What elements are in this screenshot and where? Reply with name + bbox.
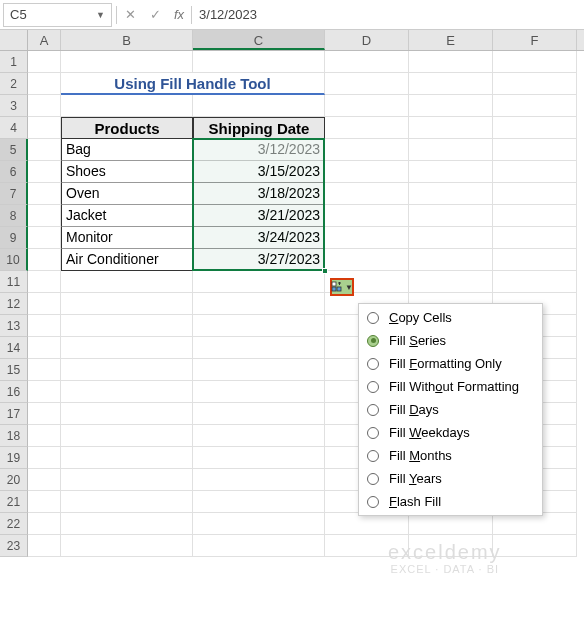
menu-fill-days[interactable]: Fill Days (359, 398, 542, 421)
menu-fill-formatting-only[interactable]: Fill Formatting Only (359, 352, 542, 375)
row-header[interactable]: 8 (0, 205, 28, 227)
name-box-dropdown-icon[interactable]: ▼ (96, 10, 105, 20)
sheet-title: Using Fill Handle Tool (61, 73, 325, 95)
name-box[interactable]: ▼ (3, 3, 112, 27)
row-header[interactable]: 11 (0, 271, 28, 293)
table-row: 3/27/2023 (193, 249, 325, 271)
header-products: Products (61, 117, 193, 139)
formula-input[interactable]: 3/12/2023 (193, 5, 584, 24)
fx-icon[interactable]: fx (168, 7, 190, 22)
row-header[interactable]: 5 (0, 139, 28, 161)
table-row: Air Conditioner (61, 249, 193, 271)
row-header[interactable]: 1 (0, 51, 28, 73)
row-header[interactable]: 23 (0, 535, 28, 557)
svg-rect-1 (332, 287, 336, 291)
col-header-a[interactable]: A (28, 30, 61, 50)
row-headers: 1 2 3 4 5 6 7 8 9 10 11 12 13 14 15 16 1… (0, 51, 28, 557)
menu-fill-weekdays[interactable]: Fill Weekdays (359, 421, 542, 444)
row-header[interactable]: 7 (0, 183, 28, 205)
divider (116, 6, 117, 24)
select-all-corner[interactable] (0, 30, 28, 50)
col-header-c[interactable]: C (193, 30, 325, 50)
menu-copy-cells[interactable]: Copy Cells (359, 306, 542, 329)
row-header[interactable]: 9 (0, 227, 28, 249)
row-header[interactable]: 2 (0, 73, 28, 95)
cells-area[interactable]: Using Fill Handle Tool ProductsShipping … (28, 51, 577, 557)
row-header[interactable]: 4 (0, 117, 28, 139)
menu-fill-months[interactable]: Fill Months (359, 444, 542, 467)
row-header[interactable]: 6 (0, 161, 28, 183)
grid: 1 2 3 4 5 6 7 8 9 10 11 12 13 14 15 16 1… (0, 51, 584, 557)
confirm-icon[interactable]: ✓ (143, 4, 168, 25)
column-headers: A B C D E F (0, 30, 584, 51)
col-header-e[interactable]: E (409, 30, 493, 50)
divider (191, 6, 192, 24)
col-header-f[interactable]: F (493, 30, 577, 50)
menu-flash-fill[interactable]: Flash Fill (359, 490, 542, 513)
row-header[interactable]: 17 (0, 403, 28, 425)
row-header[interactable]: 3 (0, 95, 28, 117)
row-header[interactable]: 19 (0, 447, 28, 469)
menu-fill-without-formatting[interactable]: Fill Without Formatting (359, 375, 542, 398)
chevron-down-icon: ▼ (345, 283, 353, 292)
fill-handle[interactable] (322, 268, 328, 274)
table-row: 3/18/2023 (193, 183, 325, 205)
row-header[interactable]: 18 (0, 425, 28, 447)
row-header[interactable]: 21 (0, 491, 28, 513)
row-header[interactable]: 20 (0, 469, 28, 491)
row-header[interactable]: 13 (0, 315, 28, 337)
row-header[interactable]: 15 (0, 359, 28, 381)
table-row: Monitor (61, 227, 193, 249)
col-header-d[interactable]: D (325, 30, 409, 50)
row-header[interactable]: 16 (0, 381, 28, 403)
name-box-input[interactable] (10, 7, 80, 22)
autofill-icon (331, 281, 343, 293)
table-row: 3/21/2023 (193, 205, 325, 227)
table-row: 3/24/2023 (193, 227, 325, 249)
cancel-icon[interactable]: ✕ (118, 4, 143, 25)
autofill-options-button[interactable]: ▼ (330, 278, 354, 296)
svg-rect-0 (332, 282, 336, 286)
autofill-options-menu: Copy Cells Fill Series Fill Formatting O… (358, 303, 543, 516)
col-header-b[interactable]: B (61, 30, 193, 50)
table-row: Bag (61, 139, 193, 161)
table-row: 3/12/2023 (193, 139, 325, 161)
table-row: Shoes (61, 161, 193, 183)
row-header[interactable]: 12 (0, 293, 28, 315)
row-header[interactable]: 10 (0, 249, 28, 271)
menu-fill-series[interactable]: Fill Series (359, 329, 542, 352)
menu-fill-years[interactable]: Fill Years (359, 467, 542, 490)
formula-bar: ▼ ✕ ✓ fx 3/12/2023 (0, 0, 584, 30)
row-header[interactable]: 14 (0, 337, 28, 359)
table-row: Oven (61, 183, 193, 205)
table-row: Jacket (61, 205, 193, 227)
table-row: 3/15/2023 (193, 161, 325, 183)
svg-rect-2 (337, 287, 341, 291)
header-shipping: Shipping Date (193, 117, 325, 139)
row-header[interactable]: 22 (0, 513, 28, 535)
